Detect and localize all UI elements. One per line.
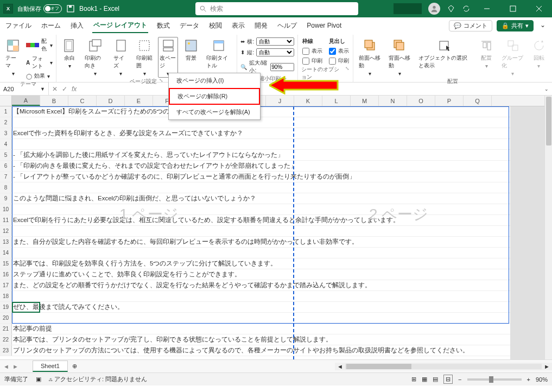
send-backward-button[interactable]: 背面へ移動▾ bbox=[386, 37, 413, 78]
row-4[interactable]: 4 bbox=[0, 139, 544, 150]
group-button[interactable]: グループ化▾ bbox=[499, 37, 526, 78]
row-21[interactable]: 21本記事の前提 bbox=[0, 324, 544, 334]
row-header[interactable]: 14 bbox=[0, 248, 12, 258]
col-header-M[interactable]: M bbox=[351, 96, 379, 106]
maximize-button[interactable] bbox=[503, 0, 523, 17]
sync-icon[interactable] bbox=[462, 4, 471, 13]
vertical-scrollbar[interactable] bbox=[544, 96, 552, 359]
row-2[interactable]: 2 bbox=[0, 117, 544, 128]
account-patch[interactable] bbox=[394, 3, 422, 14]
row-header[interactable]: 9 bbox=[0, 193, 12, 204]
row-header[interactable]: 7 bbox=[0, 172, 12, 182]
col-header-C[interactable]: C bbox=[68, 96, 97, 106]
row-content[interactable]: ステップ通りに進めていくことで、効率良く印刷設定を行うことができます。 bbox=[12, 269, 544, 280]
zoom-in-icon[interactable]: + bbox=[527, 376, 530, 383]
row-header[interactable]: 22 bbox=[0, 334, 12, 345]
menu-powerpivot[interactable]: Power Pivot bbox=[306, 20, 342, 31]
row-header[interactable]: 8 bbox=[0, 182, 12, 193]
row-header[interactable]: 16 bbox=[0, 269, 12, 280]
printarea-button[interactable]: 印刷範囲▾ bbox=[134, 37, 155, 78]
menu-formulas[interactable]: 数式 bbox=[156, 19, 171, 33]
tab-next-icon[interactable]: ► bbox=[12, 363, 18, 370]
col-header-N[interactable]: N bbox=[379, 96, 407, 106]
row-content[interactable]: 本記事では、印刷設定を効率良く行う方法を、5つのステップに分けて解説していきます… bbox=[12, 258, 544, 269]
fx-icon[interactable]: fx bbox=[72, 85, 77, 93]
menu-home[interactable]: ホーム bbox=[40, 19, 62, 33]
menu-view[interactable]: 表示 bbox=[231, 19, 246, 33]
col-header-K[interactable]: K bbox=[294, 96, 322, 106]
row-header[interactable]: 2 bbox=[0, 117, 12, 128]
fonts-button[interactable]: Aフォント ▾ bbox=[26, 54, 53, 71]
col-header-J[interactable]: J bbox=[266, 96, 294, 106]
share-button[interactable]: 🔒 共有 ▾ bbox=[497, 20, 534, 31]
row-9[interactable]: 9このような問題に悩まされ、Excelの印刷は面倒だ、と思ってはいないでしょうか… bbox=[0, 193, 544, 204]
row-6[interactable]: 6- 「印刷の向きを最後に変えたら、それまでの設定で合わせたレイアウトが全部崩れ… bbox=[0, 161, 544, 172]
menu-insert[interactable]: 挿入 bbox=[69, 19, 85, 33]
save-icon[interactable] bbox=[66, 4, 75, 13]
menu-review[interactable]: 校閲 bbox=[208, 19, 223, 33]
row-content[interactable]: プリンタのセットアップの方法については、使用する機器によって異なるので、各種メー… bbox=[12, 345, 544, 356]
accessibility-status[interactable]: ஃ アクセシビリティ: 問題ありません bbox=[49, 375, 147, 383]
display-settings-icon[interactable]: ⊞ bbox=[411, 376, 416, 383]
orientation-button[interactable]: 印刷の向き▾ bbox=[83, 37, 107, 78]
sheet-tab-1[interactable]: Sheet1 bbox=[33, 361, 68, 372]
row-header[interactable]: 3 bbox=[0, 128, 12, 138]
row-content[interactable]: - 「印刷の向きを最後に変えたら、それまでの設定で合わせたレイアウトが全部崩れて… bbox=[12, 161, 544, 171]
col-header-L[interactable]: L bbox=[322, 96, 351, 106]
row-16[interactable]: 16ステップ通りに進めていくことで、効率良く印刷設定を行うことができます。 bbox=[0, 269, 544, 280]
row-5[interactable]: 5- 「拡大縮小を調節した後に用紙サイズを変えたら、思っていたレイアウトにならな… bbox=[0, 150, 544, 161]
horizontal-scrollbar[interactable]: ◄► bbox=[335, 363, 552, 370]
row-content[interactable] bbox=[12, 182, 544, 193]
row-content[interactable]: ぜひ、最後まで読んでみてください。 bbox=[12, 302, 544, 312]
menu-pagelayout[interactable]: ページ レイアウト bbox=[92, 18, 148, 33]
row-header[interactable]: 10 bbox=[0, 204, 12, 214]
zoom-level[interactable]: 90% bbox=[536, 376, 548, 383]
row-content[interactable] bbox=[12, 313, 544, 323]
close-button[interactable] bbox=[529, 0, 549, 17]
breaks-insert-item[interactable]: 改ページの挿入(I) bbox=[169, 73, 260, 88]
col-header-Q[interactable]: Q bbox=[464, 96, 492, 106]
breaks-remove-item[interactable]: 改ページの解除(R) bbox=[169, 88, 260, 105]
row-content[interactable]: また、どの設定をどの順番で行うかだけでなく、設定を行なった結果をどうやって確認す… bbox=[12, 280, 544, 290]
printtitles-button[interactable]: 印刷タイトル bbox=[204, 37, 233, 71]
row-content[interactable]: Excelで作った資料を印刷するとき、必要な設定をスムーズにできていますか？ bbox=[12, 128, 544, 138]
row-header[interactable]: 1 bbox=[0, 106, 12, 117]
col-header-D[interactable]: D bbox=[97, 96, 125, 106]
normal-view-icon[interactable]: ▦ bbox=[422, 376, 427, 383]
row-content[interactable]: Excelで印刷を行うにあたり必要な設定は、相互に関連しているため、設定する順番… bbox=[12, 215, 544, 225]
headings-print-check[interactable]: 印刷 bbox=[329, 56, 349, 65]
row-header[interactable]: 11 bbox=[0, 215, 12, 225]
breaks-button[interactable]: 改ページ▾ bbox=[158, 37, 178, 78]
cancel-icon[interactable]: ✕ bbox=[52, 85, 58, 93]
effects-button[interactable]: ◯ 効果 ▾ bbox=[26, 72, 53, 80]
margins-button[interactable]: 余白▾ bbox=[60, 37, 79, 70]
diamond-icon[interactable] bbox=[447, 4, 455, 13]
menu-help[interactable]: ヘルプ bbox=[276, 19, 298, 33]
themes-button[interactable]: テーマ▾ bbox=[3, 37, 23, 78]
formula-expand-icon[interactable]: ⌄ bbox=[541, 86, 552, 92]
gridlines-view-check[interactable]: 表示 bbox=[302, 47, 322, 55]
headings-view-check[interactable]: 表示 bbox=[329, 47, 349, 55]
minimize-button[interactable] bbox=[477, 0, 497, 17]
width-select[interactable]: ⬌ 横:自動 bbox=[240, 37, 294, 46]
comments-button[interactable]: 💬 コメント bbox=[449, 20, 492, 31]
size-button[interactable]: サイズ▾ bbox=[111, 37, 131, 78]
row-3[interactable]: 3Excelで作った資料を印刷するとき、必要な設定をスムーズにできていますか？ bbox=[0, 128, 544, 139]
col-header-O[interactable]: O bbox=[407, 96, 435, 106]
row-header[interactable]: 23 bbox=[0, 345, 12, 356]
row-content[interactable]: - 「レイアウトが整っているかどうか確認するのに、印刷プレビューと通常の画面とを… bbox=[12, 172, 544, 182]
row-15[interactable]: 15本記事では、印刷設定を効率良く行う方法を、5つのステップに分けて解説していき… bbox=[0, 258, 544, 269]
row-header[interactable]: 5 bbox=[0, 150, 12, 160]
pagelayout-view-icon[interactable]: ▤ bbox=[433, 376, 438, 383]
row-10[interactable]: 10 bbox=[0, 204, 544, 215]
row-header[interactable]: 17 bbox=[0, 280, 12, 290]
menu-file[interactable]: ファイル bbox=[4, 19, 33, 33]
row-content[interactable] bbox=[12, 226, 544, 236]
row-header[interactable]: 4 bbox=[0, 139, 12, 149]
row-content[interactable] bbox=[12, 291, 544, 301]
row-17[interactable]: 17また、どの設定をどの順番で行うかだけでなく、設定を行なった結果をどうやって確… bbox=[0, 280, 544, 291]
colors-button[interactable]: 配色 ▾ bbox=[26, 37, 53, 53]
row-23[interactable]: 23プリンタのセットアップの方法については、使用する機器によって異なるので、各種… bbox=[0, 345, 544, 356]
worksheet-grid[interactable]: ABCDEFGHIJKLMNOPQ 1【Microsoft Excel】印刷をス… bbox=[0, 96, 552, 359]
background-button[interactable]: 背景 bbox=[181, 37, 201, 63]
